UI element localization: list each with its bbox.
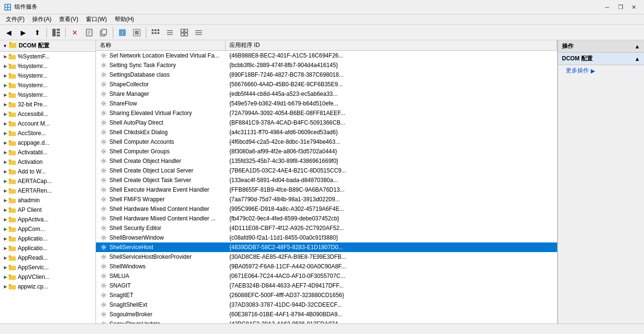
list-row[interactable]: Shell Computer Accounts {4f6bcd94-c2a5-4… xyxy=(96,137,557,147)
close-button[interactable]: ✕ xyxy=(628,2,640,12)
tree-item[interactable]: ▶ AppReadi... xyxy=(0,253,95,263)
toolbar-btn4[interactable] xyxy=(163,26,177,39)
toolbar-btn5[interactable] xyxy=(178,26,191,39)
restore-button[interactable]: ❐ xyxy=(614,2,627,12)
svg-point-115 xyxy=(103,304,105,306)
list-row[interactable]: Sharing Elevated Virtual Factory {72A799… xyxy=(96,108,557,118)
minimize-button[interactable]: ─ xyxy=(601,2,613,12)
toolbar-forward[interactable]: ▶ xyxy=(16,26,30,39)
list-cell-name: ShellServiceHost xyxy=(96,243,226,251)
tree-item[interactable]: ▶ acppage.d... xyxy=(0,138,95,148)
toolbar-btn6[interactable] xyxy=(192,26,205,39)
toolbar-btn1[interactable]: i xyxy=(116,26,129,39)
list-row[interactable]: Shell Security Editor {4D111E08-CBF7-4f1… xyxy=(96,223,557,233)
list-content[interactable]: Set Network Location Elevated Virtual Fa… xyxy=(96,51,557,323)
toolbar-prop[interactable] xyxy=(83,26,96,39)
tree-item-label: Add to W... xyxy=(18,168,46,175)
list-row[interactable]: SNAGIT {7AEB324B-D844-4633-AEF7-4D9417DF… xyxy=(96,281,557,290)
svg-point-89 xyxy=(103,55,105,57)
toolbar-back[interactable]: ◀ xyxy=(2,26,15,39)
tree-item[interactable]: ▶ %systemr... xyxy=(0,90,95,100)
actions-section-dcom[interactable]: DCOM 配置 ▲ xyxy=(558,53,644,65)
list-row[interactable]: Shell ChkdskEx Dialog {a4c31131-ff70-498… xyxy=(96,127,557,137)
list-row[interactable]: Shell Execute Hardware Event Handler {FF… xyxy=(96,185,557,195)
list-row[interactable]: ShellWindows {9BA05972-F6A8-11CF-A442-00… xyxy=(96,262,557,271)
tree-item[interactable]: ▶ Applicatio... xyxy=(0,243,95,253)
tree-content[interactable]: ▶ %SystemF... ▶ %systemr... ▶ %systemr..… xyxy=(0,52,95,323)
tree-item[interactable]: ▶ ahadmin xyxy=(0,196,95,205)
svg-rect-71 xyxy=(9,208,16,213)
tree-item[interactable]: ▶ Applicatio... xyxy=(0,234,95,243)
tree-item[interactable]: ▶ AppVClien... xyxy=(0,272,95,282)
list-row[interactable]: ShellServiceHost {4839DDB7-58C2-48F5-828… xyxy=(96,242,557,252)
actions-more-item[interactable]: 更多操作 ▶ xyxy=(558,65,644,76)
tree-item[interactable]: ▶ AP Client xyxy=(0,205,95,215)
tree-item[interactable]: ▶ %systemr... xyxy=(0,71,95,81)
list-row[interactable]: SettingsDatabase class {890F18BF-7246-48… xyxy=(96,70,557,80)
tree-item[interactable]: ▶ AppActiva... xyxy=(0,215,95,224)
toolbar-btn2[interactable] xyxy=(130,26,143,39)
tree-item[interactable]: ▶ Activation xyxy=(0,157,95,167)
tree-item[interactable]: ▶ %systemr... xyxy=(0,81,95,90)
list-row[interactable]: ShareFlow {549e57e9-b362-49d1-b679-b64d5… xyxy=(96,99,557,108)
list-row[interactable]: Shell FMIFS Wrapper {7aa7790d-75d7-484b-… xyxy=(96,195,557,204)
tree-item[interactable]: ▶ Account M... xyxy=(0,119,95,128)
svg-rect-22 xyxy=(152,32,154,34)
list-row[interactable]: SMLUA {0671E064-7C24-4AC0-AF10-0F3055707… xyxy=(96,271,557,281)
tree-item[interactable]: ▶ Accessibil... xyxy=(0,109,95,119)
menu-help[interactable]: 帮助(H) xyxy=(111,14,138,24)
list-row[interactable]: SnagItET {26088EFC-500F-4fff-AD37-323880… xyxy=(96,290,557,300)
list-row[interactable]: SogouPinyinUpdate {42BC8AF2-30A3-4A62-95… xyxy=(96,319,557,323)
list-row[interactable]: Shell Create Object Handler {135fd325-45… xyxy=(96,156,557,166)
tree-item[interactable]: ▶ AccStore... xyxy=(0,128,95,138)
tree-item[interactable]: ▶ %SystemF... xyxy=(0,52,95,61)
toolbar-copy[interactable] xyxy=(97,26,110,39)
list-row[interactable]: Shell Create Object Task Server {133eac4… xyxy=(96,175,557,185)
list-row[interactable]: SogoulmeBroker {60E38716-01BE-4AF1-8794-… xyxy=(96,310,557,319)
list-row[interactable]: Shell AutoPlay Direct {BF8841C9-378A-4CA… xyxy=(96,118,557,127)
col-header-appid[interactable]: 应用程序 ID xyxy=(226,40,557,50)
svg-rect-77 xyxy=(9,237,16,242)
menu-action[interactable]: 操作(A) xyxy=(28,14,55,24)
tree-item-expand: ▶ xyxy=(2,92,9,98)
menu-view[interactable]: 查看(V) xyxy=(55,14,82,24)
list-row[interactable]: Set Network Location Elevated Virtual Fa… xyxy=(96,51,557,60)
tree-item[interactable]: ▶ %systemr... xyxy=(0,61,95,71)
col-header-name[interactable]: 名称 xyxy=(96,40,226,50)
svg-point-107 xyxy=(103,227,105,229)
svg-rect-42 xyxy=(9,64,11,65)
menu-window[interactable]: 窗口(W) xyxy=(82,14,110,24)
toolbar-delete[interactable]: ✕ xyxy=(68,26,82,39)
list-row[interactable]: Shell Computer Groups {8f3080a6-af99-4f2… xyxy=(96,147,557,156)
tree-item[interactable]: ▶ AppServic... xyxy=(0,263,95,272)
title-bar-left: 组件服务 xyxy=(4,3,37,11)
list-row[interactable]: ShellServiceHostBrokerProvider {30AD8C8E… xyxy=(96,252,557,262)
list-row[interactable]: Shell Create Object Local Server {7B6EA1… xyxy=(96,166,557,175)
tree-item-label: AERTARen... xyxy=(18,187,52,194)
svg-rect-74 xyxy=(9,217,11,219)
list-row[interactable]: ShapeCollector {56676660-4A4D-45B0-B24E-… xyxy=(96,80,557,89)
toolbar-sep1 xyxy=(47,27,47,38)
tree-item[interactable]: ▶ AERTACap... xyxy=(0,176,95,186)
row-icon xyxy=(100,282,107,289)
tree-item[interactable]: ▶ Add to W... xyxy=(0,167,95,176)
list-row[interactable]: Share Manager {edb5f444-cb8d-445a-a523-e… xyxy=(96,89,557,99)
tree-item-folder-icon xyxy=(9,197,16,204)
toolbar-btn3[interactable] xyxy=(149,26,162,39)
list-row[interactable]: Shell Hardware Mixed Content Handler {99… xyxy=(96,204,557,214)
tree-item[interactable]: ▶ AERTARen... xyxy=(0,186,95,196)
toolbar-show-hide-tree[interactable] xyxy=(49,26,63,39)
menu-file[interactable]: 文件(F) xyxy=(2,14,28,24)
list-row[interactable]: ShellBrowserWindow {c08afd90-f2a1-11d1-8… xyxy=(96,233,557,242)
tree-item-folder-icon xyxy=(9,63,16,69)
tree-item[interactable]: ▶ appwiz.cp... xyxy=(0,282,95,291)
toolbar-up[interactable]: ⬆ xyxy=(31,26,44,39)
svg-rect-61 xyxy=(9,161,16,165)
list-row[interactable]: SnagItShellExt {37AD3083-3787-41DC-944D-… xyxy=(96,300,557,310)
tree-item[interactable]: ▶ 32-bit Pre... xyxy=(0,100,95,109)
list-row[interactable]: Shell Hardware Mixed Content Handler ...… xyxy=(96,214,557,223)
tree-item[interactable]: ▶ AppCom... xyxy=(0,224,95,234)
tree-item[interactable]: ▶ Activatabl... xyxy=(0,148,95,157)
svg-rect-2 xyxy=(8,5,10,7)
list-row[interactable]: Setting Sync Task Factory {bcbb3f8c-2889… xyxy=(96,60,557,70)
